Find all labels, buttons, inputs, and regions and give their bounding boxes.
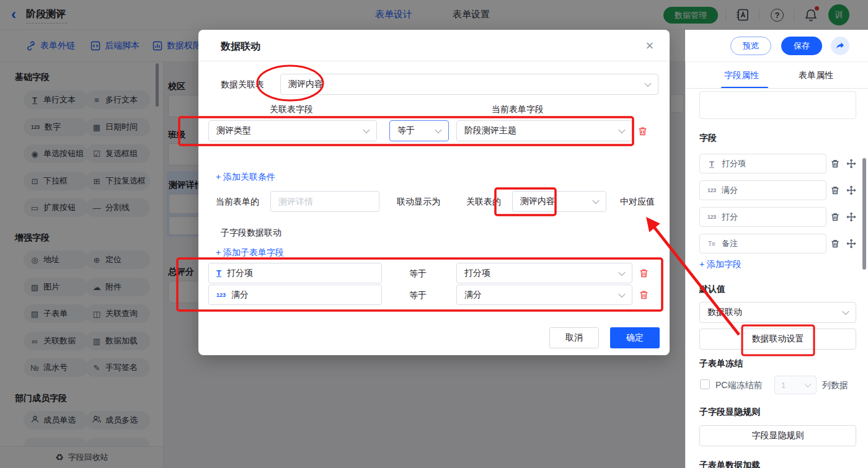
- chevron-down-icon: [363, 126, 370, 133]
- save-button[interactable]: 保存: [781, 37, 822, 55]
- panel-field-row[interactable]: 123满分: [699, 180, 826, 200]
- add-condition-link[interactable]: + 添加关联条件: [216, 172, 275, 183]
- move-field-icon[interactable]: [846, 212, 856, 222]
- relation-table-value: 测评内容: [288, 79, 323, 90]
- field-label: 打分: [722, 211, 738, 223]
- move-field-icon[interactable]: [846, 239, 856, 249]
- modal-header-divider: [198, 61, 670, 61]
- fields-section-title: 字段: [699, 133, 717, 144]
- number-icon: 123: [707, 214, 717, 220]
- related-table-label: 关联表的: [466, 196, 501, 208]
- subfield-source-box[interactable]: T 打分项: [208, 263, 382, 283]
- default-value-title: 默认值: [699, 284, 725, 295]
- multiline-text-icon: T≡: [707, 241, 717, 247]
- tab-divider: [686, 88, 868, 89]
- subfield-linkage-title: 子字段数据联动: [221, 227, 281, 239]
- field-visibility-rules-button[interactable]: 字段显隐规则: [699, 425, 856, 446]
- field-description-box[interactable]: [699, 91, 856, 119]
- data-linkage-settings-button[interactable]: 数据联动设置: [699, 329, 856, 350]
- delete-field-icon[interactable]: [830, 185, 840, 195]
- condition-field-select[interactable]: 测评类型: [208, 120, 377, 141]
- relation-table-select[interactable]: 测评内容: [280, 74, 658, 95]
- default-value-text: 数据联动: [707, 307, 742, 318]
- field-label: 满分: [722, 185, 738, 196]
- subfield-visibility-title: 子字段显隐规则: [699, 407, 760, 418]
- subform-data-load-title: 子表单数据加载: [699, 460, 760, 468]
- freeze-column-suffix: 列数据: [822, 380, 848, 391]
- chevron-down-icon: [618, 126, 625, 133]
- subform-freeze-title: 子表单冻结: [699, 358, 743, 369]
- subfield-operator: 等于: [409, 268, 427, 280]
- condition-operator-value: 等于: [397, 125, 415, 136]
- delete-field-icon[interactable]: [830, 212, 840, 222]
- app-root: ‹ 阶段测评 表单设计 表单设置 数据管理 ? 训: [0, 0, 868, 468]
- panel-field-row[interactable]: T≡备注: [699, 234, 826, 254]
- delete-subfield-icon[interactable]: [639, 289, 649, 302]
- share-arrow-icon: [835, 41, 845, 51]
- single-line-text-icon: T: [707, 159, 717, 169]
- move-field-icon[interactable]: [846, 185, 856, 195]
- confirm-button[interactable]: 确定: [610, 327, 660, 348]
- pc-freeze-label: PC端冻结前: [715, 380, 762, 391]
- chevron-down-icon: [804, 381, 811, 387]
- preview-button[interactable]: 预览: [730, 37, 771, 55]
- current-form-label: 当前表单的: [216, 196, 259, 208]
- subfield-source-label: 打分项: [227, 268, 253, 279]
- subfield-target-value: 打分项: [464, 268, 490, 279]
- delete-field-icon[interactable]: [830, 239, 840, 249]
- condition-target-value: 阶段测评主题: [464, 125, 516, 136]
- share-button[interactable]: [831, 37, 849, 55]
- subfield-target-select[interactable]: 打分项: [456, 263, 632, 283]
- field-label: 打分项: [722, 158, 746, 169]
- subfield-source-label: 满分: [231, 289, 249, 301]
- column-header-related-field: 关联表字段: [270, 104, 313, 115]
- freeze-column-select[interactable]: 1: [774, 376, 817, 394]
- display-as-label: 联动显示为: [397, 196, 440, 208]
- subfield-target-value: 满分: [464, 289, 482, 301]
- move-field-icon[interactable]: [846, 159, 856, 169]
- cancel-button[interactable]: 取消: [549, 327, 599, 348]
- close-icon[interactable]: ×: [641, 37, 658, 55]
- delete-subfield-icon[interactable]: [639, 268, 649, 280]
- current-form-field-input[interactable]: [270, 191, 379, 212]
- add-subform-field-link[interactable]: + 添加子表单字段: [216, 247, 284, 258]
- subfield-source-box[interactable]: 123 满分: [208, 285, 382, 305]
- delete-field-icon[interactable]: [830, 159, 840, 169]
- column-header-current-field: 当前表单字段: [492, 104, 544, 115]
- relation-table-label: 数据关联表: [221, 79, 264, 91]
- chevron-down-icon: [618, 268, 625, 275]
- related-field-value: 测评内容: [520, 196, 555, 207]
- corresponding-value-label: 中对应值: [620, 196, 655, 208]
- subfield-target-select[interactable]: 满分: [456, 285, 632, 305]
- modal-title: 数据联动: [221, 40, 260, 53]
- add-field-link[interactable]: + 添加字段: [699, 259, 742, 270]
- chevron-down-icon: [618, 290, 625, 297]
- related-field-select[interactable]: 测评内容: [512, 191, 606, 212]
- field-label: 备注: [722, 238, 738, 249]
- tab-form-properties[interactable]: 表单属性: [799, 70, 833, 81]
- default-value-select[interactable]: 数据联动: [699, 302, 856, 323]
- tab-field-properties[interactable]: 字段属性: [724, 70, 759, 81]
- chevron-down-icon: [592, 197, 599, 204]
- single-line-text-icon: T: [216, 268, 221, 278]
- modal-overlay: [0, 0, 868, 30]
- data-linkage-modal: 数据联动 × 数据关联表 测评内容 关联表字段 当前表单字段 测评类型 等于 阶…: [198, 30, 670, 355]
- number-icon: 123: [216, 292, 226, 298]
- subfield-operator: 等于: [409, 290, 427, 301]
- panel-field-row[interactable]: 123打分: [699, 207, 826, 227]
- property-panel: 字段属性 表单属性 字段 T打分项 123满分 123打分 T≡备注 + 添加字…: [685, 62, 868, 468]
- delete-condition-icon[interactable]: [637, 126, 648, 138]
- chevron-down-icon: [842, 308, 849, 315]
- pc-freeze-checkbox[interactable]: [700, 379, 710, 389]
- condition-field-value: 测评类型: [216, 125, 251, 136]
- chevron-down-icon: [435, 126, 441, 133]
- condition-target-select[interactable]: 阶段测评主题: [456, 120, 632, 141]
- freeze-column-value: 1: [781, 381, 786, 390]
- condition-operator-select[interactable]: 等于: [389, 120, 449, 141]
- panel-scrollbar[interactable]: [862, 158, 866, 270]
- panel-field-row[interactable]: T打分项: [699, 154, 826, 174]
- number-icon: 123: [707, 187, 717, 193]
- chevron-down-icon: [644, 80, 651, 87]
